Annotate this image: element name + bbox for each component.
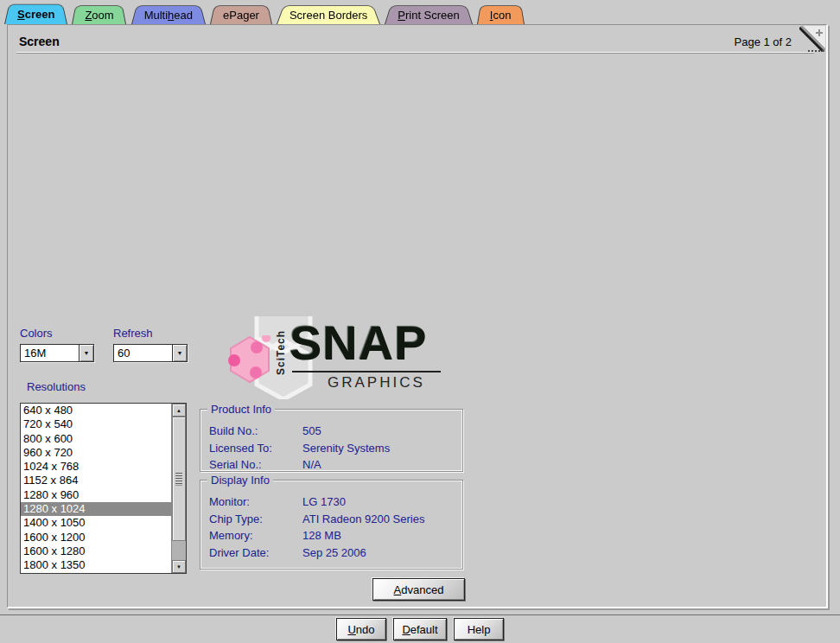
list-item[interactable]: 960 x 720 [21,446,171,460]
tab-multihead[interactable]: Multihead [131,2,206,24]
tab-icon[interactable]: Icon [477,2,525,24]
resolutions-label: Resolutions [27,380,86,393]
pink-hexagon-icon [226,335,274,384]
logo-rule [292,371,441,372]
help-button[interactable]: Help [454,618,504,640]
bottom-button-bar: Undo Default Help [0,615,840,643]
info-row: Memory: 128 MB [209,527,462,544]
resolutions-listbox: 640 x 480 720 x 540 800 x 600 960 x 720 … [20,403,187,574]
colors-combobox[interactable]: 16M ▼ [20,344,94,362]
header-divider [16,52,814,54]
info-row: Licensed To: Serenity Systems [209,440,462,457]
tab-screen-borders[interactable]: Screen Borders [277,2,380,24]
tab-screen[interactable]: Screen [4,0,67,24]
display-info-legend: Display Info [207,474,273,487]
tab-zoom[interactable]: Zoom [72,2,126,24]
list-item[interactable]: 1024 x 768 [21,460,171,474]
advanced-button[interactable]: Advanced [372,578,465,601]
refresh-label: Refresh [113,327,153,340]
scrollbar-grip [175,473,182,486]
undo-button[interactable]: Undo [336,618,386,640]
snap-brand-text: SNAP [290,316,428,370]
resolutions-list: 640 x 480 720 x 540 800 x 600 960 x 720 … [21,404,171,573]
page-indicator: Page 1 of 2 [735,35,792,48]
list-item[interactable]: 640 x 480 [21,404,171,417]
tab-print-screen[interactable]: Print Screen [385,2,473,24]
resolutions-scrollbar[interactable]: ▲ ▼ [171,404,186,573]
list-item[interactable]: 1152 x 864 [21,474,171,487]
colors-combobox-value: 16M [21,345,79,361]
scrollbar-thumb[interactable] [172,417,186,541]
list-item[interactable]: 1600 x 1280 [21,544,171,558]
notebook-page: Screen Page 1 of 2 Colors 16M ▼ Refresh … [7,24,828,608]
page-turn-icon[interactable] [799,26,825,52]
scroll-up-icon[interactable]: ▲ [172,404,186,417]
graphics-label: GRAPHICS [328,374,425,392]
colors-label: Colors [20,327,53,340]
refresh-combobox-value: 60 [114,345,172,361]
product-info-legend: Product Info [207,403,275,416]
display-info-groupbox: Display Info Monitor: LG 1730 Chip Type:… [200,480,463,570]
info-row: Driver Date: Sep 25 2006 [209,544,462,562]
scrollbar-track[interactable] [172,417,186,560]
info-row: Monitor: LG 1730 [209,493,462,511]
info-row: Build No.: 505 [209,423,462,440]
list-item[interactable]: 1280 x 960 [21,488,171,502]
scitech-label: SciTech [275,325,287,375]
scroll-down-icon[interactable]: ▼ [172,560,186,573]
snap-graphics-logo: SciTech SNAP GRAPHICS [224,316,457,399]
list-item[interactable]: 720 x 540 [21,417,171,431]
list-item-selected[interactable]: 1280 x 1024 [21,502,171,516]
colors-dropdown-arrow-icon[interactable]: ▼ [79,345,93,361]
product-info-groupbox: Product Info Build No.: 505 Licensed To:… [200,409,463,472]
page-title: Screen [19,35,60,48]
list-item[interactable]: 1600 x 1200 [21,531,171,544]
refresh-combobox[interactable]: 60 ▼ [113,344,188,362]
list-item[interactable]: 1800 x 1350 [21,558,171,572]
tab-epager[interactable]: ePager [210,2,272,24]
default-button[interactable]: Default [393,618,447,640]
info-row: Chip Type: ATI Radeon 9200 Series [209,511,462,528]
list-item[interactable]: 800 x 600 [21,432,171,446]
info-row: Serial No.: N/A [209,456,462,474]
list-item[interactable]: 1400 x 1050 [21,516,171,530]
notebook-tab-bar: Screen Zoom Multihead ePager Screen Bord… [4,0,524,24]
refresh-dropdown-arrow-icon[interactable]: ▼ [172,345,187,361]
